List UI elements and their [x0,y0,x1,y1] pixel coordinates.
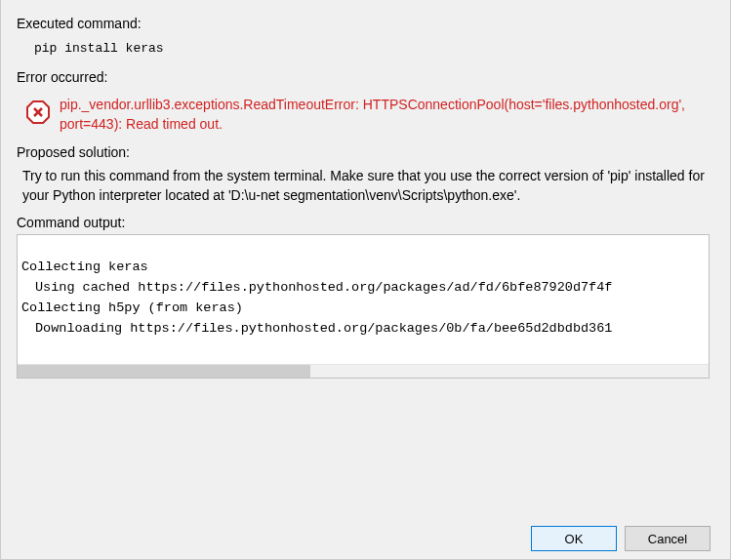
dialog-button-row: OK Cancel [531,526,711,551]
executed-command-value: pip install keras [34,41,714,56]
command-output-box[interactable]: Collecting keras Using cached https://fi… [17,234,710,379]
horizontal-scrollbar[interactable] [18,364,709,378]
proposed-solution-label: Proposed solution: [17,144,714,160]
error-occurred-label: Error occurred: [17,69,714,85]
scrollbar-thumb[interactable] [18,365,310,379]
ok-button[interactable]: OK [531,526,617,551]
output-line: Collecting keras [21,260,148,274]
proposed-solution-text: Try to run this command from the system … [22,166,714,206]
executed-command-label: Executed command: [17,16,714,31]
error-row: pip._vendor.urllib3.exceptions.ReadTimeo… [26,95,714,135]
command-output-label: Command output: [17,215,714,230]
output-line: Using cached https://files.pythonhosted.… [21,278,705,299]
output-line: Downloading https://files.pythonhosted.o… [21,319,705,340]
error-message-text: pip._vendor.urllib3.exceptions.ReadTimeo… [60,95,705,135]
cancel-button[interactable]: Cancel [625,526,711,551]
error-dialog: Executed command: pip install keras Erro… [0,0,731,560]
error-icon [26,100,50,127]
output-line: Collecting h5py (from keras) [21,300,243,315]
